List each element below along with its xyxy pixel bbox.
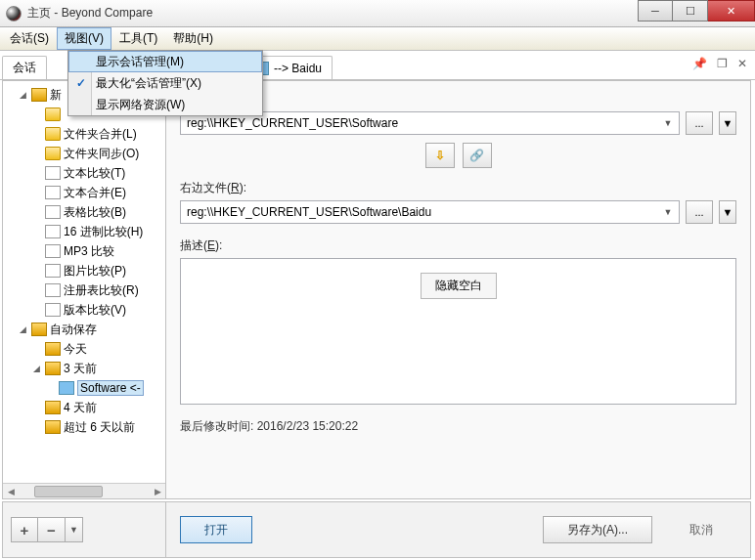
link-button[interactable]: 🔗 (463, 143, 492, 168)
menu-help[interactable]: 帮助(H) (165, 27, 221, 50)
cube-icon (31, 323, 47, 336)
check-icon: ✓ (76, 76, 86, 90)
arrow-down-icon: ⇩ (435, 149, 445, 162)
version-icon (45, 303, 61, 317)
add-session-button[interactable]: + (11, 517, 38, 542)
tree-reg-compare[interactable]: 注册表比较(R) (3, 280, 165, 300)
content-footer: 打开 另存为(A)... 取消 (166, 501, 751, 558)
minimize-button[interactable]: ─ (638, 0, 673, 22)
cube-icon (45, 342, 61, 356)
save-as-button[interactable]: 另存为(A)... (543, 516, 652, 543)
view-dropdown: 显示会话管理(M) ✓ 最大化“会话管理”(X) 显示网络资源(W) (67, 50, 263, 116)
tree-over-6-days[interactable]: 超过 6 天以前 (3, 417, 165, 437)
cube-icon (45, 420, 61, 434)
restore-icon[interactable]: ❐ (717, 57, 728, 70)
tree-folder-merge[interactable]: 文件夹合并(L) (3, 124, 165, 144)
cube-icon (45, 401, 61, 414)
tree-version-compare[interactable]: 版本比较(V) (3, 300, 165, 320)
tree-mp3-compare[interactable]: MP3 比较 (3, 241, 165, 261)
remove-session-button[interactable]: − (38, 517, 66, 542)
tab-label: --> Baidu (274, 62, 322, 75)
tree-text-merge[interactable]: 文本合并(E) (3, 183, 165, 202)
registry-icon (45, 283, 61, 297)
right-file-value: reg:\\HKEY_CURRENT_USER\Software\Baidu (187, 205, 431, 219)
hide-blank-button[interactable]: 隐藏空白 (421, 273, 497, 299)
close-button[interactable]: ✕ (708, 0, 755, 22)
tree-folder-sync[interactable]: 文件夹同步(O) (3, 144, 165, 163)
session-form: 左边文件(L): reg:\\HKEY_CURRENT_USER\Softwar… (166, 80, 751, 499)
tree-table-compare[interactable]: 表格比较(B) (3, 202, 165, 222)
link-icon: 🔗 (469, 149, 484, 162)
menu-bar: 会话(S) 视图(V) 工具(T) 帮助(H) (0, 27, 755, 51)
tree-today[interactable]: 今天 (3, 339, 165, 359)
menu-tools[interactable]: 工具(T) (111, 27, 165, 50)
open-button[interactable]: 打开 (180, 516, 252, 543)
swap-button[interactable]: ⇩ (425, 143, 455, 168)
chevron-down-icon[interactable]: ▼ (659, 114, 677, 132)
folder-icon (45, 127, 61, 141)
maximize-button[interactable]: ☐ (673, 0, 708, 22)
dropdown-maximize-session-mgr[interactable]: ✓ 最大化“会话管理”(X) (68, 72, 262, 94)
file-icon (45, 186, 61, 199)
app-icon (6, 6, 22, 22)
dropdown-label: 最大化“会话管理”(X) (96, 75, 201, 92)
right-file-label: 右边文件(R): (180, 180, 736, 196)
window-title: 主页 - Beyond Compare (27, 5, 153, 22)
menu-view[interactable]: 视图(V) (57, 27, 111, 50)
sidebar-footer: + − ▼ (2, 501, 166, 558)
left-browse-button[interactable]: ... (686, 111, 713, 135)
window-controls: ─ ☐ ✕ (638, 0, 755, 22)
file-icon (45, 166, 61, 180)
tree-3-days-ago[interactable]: ◢3 天前 (3, 359, 165, 378)
dropdown-label: 显示网络资源(W) (96, 97, 185, 113)
dropdown-show-session-mgr[interactable]: 显示会话管理(M) (68, 51, 262, 72)
dropdown-label: 显示会话管理(M) (96, 54, 184, 70)
table-icon (45, 205, 61, 219)
tree-software-item[interactable]: Software <- (3, 378, 165, 398)
cancel-button[interactable]: 取消 (666, 516, 736, 543)
right-browse-button[interactable]: ... (686, 200, 713, 224)
folder-icon (45, 147, 61, 160)
menu-session[interactable]: 会话(S) (2, 27, 57, 50)
description-textarea[interactable]: 隐藏空白 (180, 258, 736, 405)
pin-icon[interactable]: 📌 (692, 57, 707, 70)
tree-text-compare[interactable]: 文本比较(T) (3, 163, 165, 183)
tree-hex-compare[interactable]: 16 进制比较(H) (3, 222, 165, 241)
cube-icon (45, 362, 61, 375)
tree-4-days-ago[interactable]: 4 天前 (3, 398, 165, 417)
right-file-combo[interactable]: reg:\\HKEY_CURRENT_USER\Software\Baidu ▼ (180, 200, 680, 224)
session-tree: ◢新 文件夹合并(L) 文件夹同步(O) 文本比较(T) 文本合并(E) 表格比… (3, 81, 165, 441)
description-label: 描述(E): (180, 237, 736, 254)
tree-pic-compare[interactable]: 图片比较(P) (3, 261, 165, 280)
last-modified: 最后修改时间: 2016/2/23 15:20:22 (180, 418, 736, 435)
tab-session[interactable]: 会话 (2, 56, 47, 79)
chevron-down-icon[interactable]: ▼ (659, 203, 677, 221)
title-bar: 主页 - Beyond Compare ─ ☐ ✕ (0, 0, 755, 27)
tab-label: 会话 (13, 60, 36, 76)
session-menu-button[interactable]: ▼ (66, 517, 83, 542)
folder-icon (45, 108, 61, 121)
dropdown-show-network-res[interactable]: 显示网络资源(W) (68, 94, 262, 115)
left-file-label: 左边文件(L): (180, 91, 736, 108)
right-browse-menu[interactable]: ▼ (719, 200, 736, 224)
tree-autosave[interactable]: ◢自动保存 (3, 320, 165, 339)
cube-icon (31, 88, 47, 102)
sidebar-scrollbar[interactable]: ◀▶ (3, 483, 165, 498)
left-file-value: reg:\\HKEY_CURRENT_USER\Software (187, 116, 398, 130)
session-tree-panel: ◢新 文件夹合并(L) 文件夹同步(O) 文本比较(T) 文本合并(E) 表格比… (2, 80, 166, 499)
left-browse-menu[interactable]: ▼ (719, 111, 736, 135)
close-tab-icon[interactable]: ✕ (737, 57, 747, 70)
image-icon (45, 264, 61, 278)
hex-icon (45, 225, 61, 238)
main-split: ◢新 文件夹合并(L) 文件夹同步(O) 文本比较(T) 文本合并(E) 表格比… (2, 80, 751, 499)
mp3-icon (45, 244, 61, 258)
registry-icon (59, 381, 74, 395)
